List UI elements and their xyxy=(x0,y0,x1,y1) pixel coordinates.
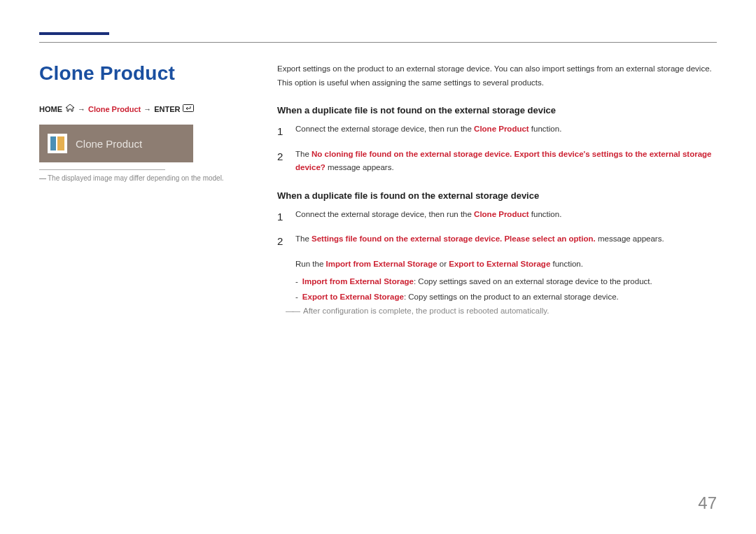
section-a-step-1: 1 Connect the external storage device, t… xyxy=(277,122,717,141)
intro-line-1: Export settings on the product to an ext… xyxy=(277,62,717,76)
image-disclaimer: ―The displayed image may differ dependin… xyxy=(39,174,235,182)
breadcrumb: HOME → Clone Product → ENTER xyxy=(39,104,235,113)
intro-line-2: This option is useful when assigning the… xyxy=(277,76,717,90)
section-a-steps: 1 Connect the external storage device, t… xyxy=(277,122,717,175)
step-number: 1 xyxy=(277,122,286,141)
dash-icon: - xyxy=(295,290,298,304)
export-label: Export to External Storage xyxy=(302,293,404,301)
step-number: 2 xyxy=(277,148,286,175)
right-column: Export settings on the product to an ext… xyxy=(277,62,717,315)
import-keyword: Import from External Storage xyxy=(326,260,437,268)
clone-product-icon xyxy=(48,134,67,153)
section-b-step-1: 1 Connect the external storage device, t… xyxy=(277,208,717,226)
content-columns: Clone Product HOME → Clone Product → ENT… xyxy=(39,62,717,315)
clone-product-keyword: Clone Product xyxy=(474,125,529,133)
home-icon xyxy=(65,104,75,113)
step-body: Connect the external storage device, the… xyxy=(295,122,717,141)
page-number: 47 xyxy=(698,493,717,513)
breadcrumb-home: HOME xyxy=(39,105,62,113)
section-a-step-2: 2 The No cloning file found on the exter… xyxy=(277,148,717,175)
section-b-step-2: 2 The Settings file found on the externa… xyxy=(277,232,717,251)
breadcrumb-arrow-1: → xyxy=(78,105,85,113)
export-keyword: Export to External Storage xyxy=(449,260,550,268)
dash-icon: - xyxy=(295,275,298,289)
reboot-note: ―― After configuration is complete, the … xyxy=(286,307,717,315)
reboot-note-text: After configuration is complete, the pro… xyxy=(303,307,549,315)
step-number: 1 xyxy=(277,208,286,226)
enter-icon xyxy=(183,104,194,113)
left-divider xyxy=(39,169,165,170)
breadcrumb-clone-product: Clone Product xyxy=(88,105,141,113)
section-a-heading: When a duplicate file is not found on th… xyxy=(277,105,717,115)
clone-product-keyword: Clone Product xyxy=(474,210,529,218)
breadcrumb-enter: ENTER xyxy=(154,105,180,113)
step-body: The No cloning file found on the externa… xyxy=(295,148,717,175)
section-b-heading: When a duplicate file is found on the ex… xyxy=(277,190,717,201)
clone-product-banner: Clone Product xyxy=(39,125,193,162)
section-b-steps: 1 Connect the external storage device, t… xyxy=(277,208,717,251)
page-title: Clone Product xyxy=(39,62,235,85)
breadcrumb-arrow-2: → xyxy=(144,105,151,113)
step-body: The Settings file found on the external … xyxy=(295,232,717,251)
intro-text: Export settings on the product to an ext… xyxy=(277,62,717,90)
run-instruction: Run the Import from External Storage or … xyxy=(295,258,717,272)
image-disclaimer-text: The displayed image may differ depending… xyxy=(48,174,224,182)
left-column: Clone Product HOME → Clone Product → ENT… xyxy=(39,62,235,315)
top-divider xyxy=(39,42,717,43)
step-number: 2 xyxy=(277,232,286,251)
settings-file-found-message: Settings file found on the external stor… xyxy=(312,234,596,243)
import-label: Import from External Storage xyxy=(302,277,414,286)
page: Clone Product HOME → Clone Product → ENT… xyxy=(0,0,756,315)
step-body: Connect the external storage device, the… xyxy=(295,208,717,226)
bullet-import: - Import from External Storage: Copy set… xyxy=(295,275,717,289)
banner-label: Clone Product xyxy=(76,138,142,150)
bullet-export: - Export to External Storage: Copy setti… xyxy=(295,290,717,304)
